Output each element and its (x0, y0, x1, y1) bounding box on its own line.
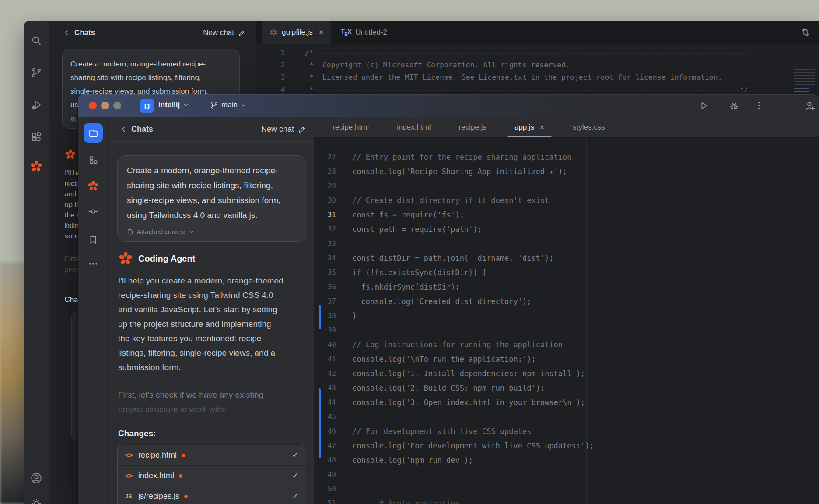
line-number[interactable]: 41 (314, 355, 336, 363)
commit-icon[interactable] (88, 206, 98, 217)
chats-back-button[interactable]: Chats (63, 28, 95, 37)
code-line: 28 console.log('Recipe Sharing App initi… (314, 164, 819, 178)
editor-tab[interactable]: styles.css (559, 117, 619, 137)
close-icon[interactable]: ✕ (539, 124, 545, 131)
split-editor-icon[interactable] (800, 27, 811, 38)
window-zoom-button[interactable] (113, 102, 121, 109)
line-number[interactable]: 34 (314, 254, 336, 262)
account-icon[interactable] (30, 472, 43, 485)
search-icon[interactable] (31, 35, 42, 47)
attached-context-icon (127, 228, 134, 235)
line-number[interactable]: 48 (314, 456, 336, 464)
line-number[interactable]: 50 (314, 485, 336, 493)
line-number[interactable]: 32 (314, 225, 336, 233)
editor-tab[interactable]: app.js ✕ (500, 117, 559, 137)
line-number[interactable]: 36 (314, 283, 336, 291)
code-line: 1 /*------------------------------------… (256, 46, 819, 59)
tab-label: app.js (514, 123, 534, 132)
window-close-button[interactable] (89, 102, 97, 109)
code-editor[interactable]: recipe.html index.html recipe.js (314, 117, 819, 504)
changed-file-row[interactable]: <> index.html ✓ (118, 465, 306, 486)
user-message-card: Create a modern, orange-themed recipe- s… (117, 155, 306, 242)
editor-tab[interactable]: index.html (383, 117, 444, 137)
window-minimize-button[interactable] (101, 102, 109, 109)
tab-gulpfile[interactable]: gulpfile.js ✕ (262, 21, 331, 44)
line-text: console.log('3. Open index.html in your … (352, 398, 585, 407)
attached-context-chip[interactable]: Attached context (127, 228, 297, 235)
line-text: * Licensed under the MIT License. See Li… (305, 73, 722, 81)
new-chat-button[interactable]: New chat (203, 28, 245, 37)
chats-back-button[interactable]: Chats (120, 125, 153, 134)
code-line: 43 console.log('2. Build CSS: npm run bu… (314, 381, 819, 395)
code-line: 46 // For development with live CSS upda… (314, 424, 819, 438)
line-text: // For development with live CSS updates (352, 427, 531, 436)
agent-flower-icon[interactable] (30, 160, 43, 173)
line-number[interactable]: 49 (314, 470, 336, 479)
code-line: 44 console.log('3. Open index.html in yo… (314, 395, 819, 410)
project-name: intellij (158, 101, 180, 109)
window-body: Chats New chat Create a modern, orange-t… (78, 117, 819, 504)
line-number[interactable]: 27 (314, 153, 336, 161)
line-text: console.log('1. Install dependencies: np… (352, 369, 585, 378)
bookmark-icon[interactable] (88, 234, 98, 245)
line-number[interactable]: 30 (314, 196, 336, 204)
kebab-menu-icon[interactable] (754, 100, 764, 111)
chevron-down-icon (189, 229, 194, 234)
agent-pending-line2: project structure to work with: (118, 402, 306, 416)
editor-tab[interactable]: recipe.html (318, 117, 383, 137)
debug-bug-icon[interactable] (728, 100, 740, 112)
add-user-icon[interactable] (804, 100, 816, 112)
tab-untitled-2[interactable]: TEX Untitled-2 (331, 21, 397, 44)
new-chat-button[interactable]: New chat (261, 125, 306, 134)
file-name: js/recipes.js (138, 492, 179, 501)
line-number[interactable]: 45 (314, 413, 336, 421)
file-type-icon: <> (125, 472, 138, 480)
line-number[interactable]: 43 (314, 384, 336, 392)
agent-flower-icon[interactable] (87, 180, 99, 192)
line-number[interactable]: 46 (314, 427, 336, 435)
code-line: 45 (314, 410, 819, 424)
branch-icon (210, 101, 218, 109)
source-control-icon[interactable] (31, 67, 42, 79)
line-text: const distDir = path.join(__dirname, 'di… (352, 254, 554, 262)
run-icon[interactable] (698, 100, 709, 111)
modified-dot-icon (182, 454, 185, 457)
line-number[interactable]: 35 (314, 268, 336, 276)
changed-file-row[interactable]: JS js/recipes.js ✓ (118, 486, 306, 504)
line-text: if (!fs.existsSync(distDir)) { (352, 268, 486, 277)
line-number[interactable]: 42 (314, 369, 336, 378)
run-debug-icon[interactable] (30, 99, 42, 111)
close-icon[interactable]: ✕ (318, 28, 324, 36)
line-text: * Copyright (c) Microsoft Corporation. A… (305, 61, 570, 69)
line-number[interactable]: 37 (314, 297, 336, 305)
back-tab-bar: gulpfile.js ✕ TEX Untitled-2 (256, 21, 819, 44)
line-number: 1 (256, 49, 305, 57)
extensions-icon[interactable] (31, 131, 42, 143)
file-name: recipe.html (138, 451, 177, 460)
branch-selector[interactable]: main (210, 101, 247, 109)
line-number[interactable]: 28 (314, 167, 336, 175)
editor-tab-bar: recipe.html index.html recipe.js (314, 117, 819, 138)
chats-label: Chats (131, 125, 153, 134)
title-bar[interactable]: IJ intellij main (78, 94, 819, 117)
agent-name: Coding Agent (138, 254, 195, 264)
line-number[interactable]: 29 (314, 182, 336, 190)
chat-scroll-area[interactable]: Create a modern, orange-themed recipe- s… (117, 142, 306, 504)
settings-gear-icon[interactable] (30, 497, 43, 504)
line-number[interactable]: 38 (314, 312, 336, 320)
folder-icon (88, 128, 99, 139)
line-number[interactable]: 51 (314, 499, 336, 504)
line-number[interactable]: 40 (314, 340, 336, 349)
modules-icon[interactable] (88, 155, 98, 166)
chat-header: Chats New chat (108, 117, 314, 142)
project-selector[interactable]: intellij (158, 101, 189, 109)
line-number[interactable]: 44 (314, 398, 336, 406)
line-number[interactable]: 47 (314, 441, 336, 450)
more-dots-icon[interactable] (88, 259, 98, 269)
project-tool-button[interactable] (84, 123, 103, 143)
editor-tab[interactable]: recipe.js (445, 117, 500, 137)
line-number[interactable]: 39 (314, 326, 336, 334)
line-number[interactable]: 31 (314, 210, 336, 219)
line-number[interactable]: 33 (314, 239, 336, 248)
changed-file-row[interactable]: <> recipe.html ✓ (118, 444, 306, 465)
